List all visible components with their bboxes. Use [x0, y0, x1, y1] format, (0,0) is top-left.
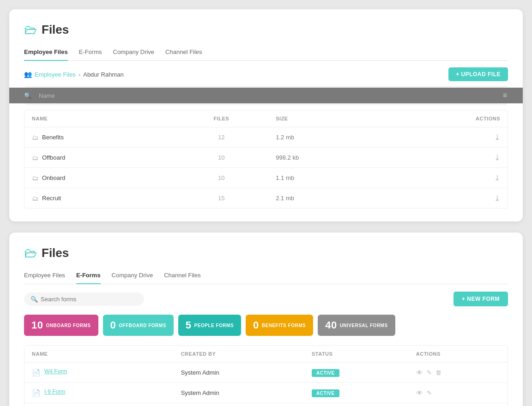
form-row: 📄 W4 Form System Admin ACTIVE 👁 ✎ 🗑 [24, 363, 508, 383]
page-header-1: 🗁 Files [24, 22, 508, 37]
file-name: Recruit [42, 195, 61, 202]
download-icon[interactable]: ⤓ [494, 174, 500, 182]
eforms-card: 🗁 Files Employee Files E-Forms Company D… [9, 233, 523, 406]
folder-icon-2: 🗁 [24, 245, 37, 261]
file-name: Onboard [42, 174, 66, 181]
view-icon[interactable]: 👁 [416, 389, 423, 397]
stat-number: 40 [325, 319, 337, 331]
form-row: 📄 I-9 Form System Admin ACTIVE 👁 ✎ [24, 383, 508, 403]
stat-label: BENEFITS FORMS [262, 323, 306, 328]
stat-badge[interactable]: 0 BENEFITS FORMS [246, 315, 313, 336]
edit-icon[interactable]: ✎ [427, 369, 432, 376]
form-created-by: System Admin [174, 363, 304, 383]
form-link[interactable]: W4 Form [44, 368, 67, 375]
form-actions-cell: 👁 ✎ [409, 403, 508, 406]
download-icon[interactable]: ⤓ [494, 194, 500, 202]
page-title-1: Files [42, 23, 69, 37]
forms-table-wrap: NAME CREATED BY STATUS ACTIONS 📄 W4 Form… [24, 345, 508, 406]
fcol-created-by: CREATED BY [174, 346, 304, 363]
folder-row-icon: 🗂 [32, 134, 38, 141]
tab-company-drive-2[interactable]: Company Drive [112, 268, 153, 284]
stat-badge[interactable]: 5 PEOPLE FORMS [178, 315, 241, 336]
search-forms-wrap: 🔍 + NEW FORM [24, 292, 508, 306]
page-header-2: 🗁 Files [24, 245, 508, 261]
search-forms-input-wrap: 🔍 [24, 293, 144, 306]
form-status-cell: ACTIVE [304, 363, 409, 383]
col-actions: ACTIONS [386, 110, 508, 127]
new-form-button[interactable]: + NEW FORM [453, 292, 508, 306]
stat-badge[interactable]: 0 OFFBOARD FORMS [103, 315, 174, 336]
col-name: NAME [24, 110, 175, 127]
edit-icon[interactable]: ✎ [427, 389, 432, 396]
tab-employee-files-2[interactable]: Employee Files [24, 268, 65, 284]
upload-file-button[interactable]: + UPLOAD FILE [448, 67, 508, 81]
stat-label: UNIVERSAL FORMS [340, 323, 388, 328]
form-row: 📄 Parking Form System Admin ACTIVE 👁 ✎ [24, 403, 508, 406]
download-icon[interactable]: ⤓ [494, 133, 500, 141]
table-row: 🗂 Offboard 10 998.2 kb ⤓ [24, 148, 508, 168]
folder-row-icon: 🗂 [32, 195, 38, 202]
tab-channel-files-2[interactable]: Channel Files [164, 268, 201, 284]
table-row: 🗂 Onboard 10 1.1 mb ⤓ [24, 168, 508, 188]
file-count: 10 [175, 168, 269, 188]
breadcrumb-bar: 👥 Employee Files › Abdur Rahman + UPLOAD… [24, 61, 508, 86]
tab-company-drive-1[interactable]: Company Drive [113, 45, 155, 61]
file-actions: ⤓ [386, 168, 508, 188]
breadcrumb-sep: › [79, 71, 80, 78]
delete-icon[interactable]: 🗑 [435, 369, 441, 376]
stat-number: 0 [110, 319, 116, 331]
file-name-cell: 🗂 Benefits [24, 127, 175, 148]
fcol-actions: ACTIONS [409, 346, 508, 363]
file-name-cell: 🗂 Recruit [24, 188, 175, 209]
breadcrumb: 👥 Employee Files › Abdur Rahman [24, 71, 124, 78]
file-size: 2.1 mb [268, 188, 386, 209]
search-forms-icon: 🔍 [30, 296, 38, 303]
table-row: 🗂 Recruit 15 2.1 mb ⤓ [24, 188, 508, 209]
form-name-cell: 📄 W4 Form [24, 363, 174, 383]
search-gray-bar: 🔍 ≡ [9, 88, 523, 103]
file-size: 998.2 kb [268, 148, 386, 168]
files-table-wrap: NAME FILES SIZE ACTIONS 🗂 Benefits 12 1.… [24, 110, 508, 209]
form-name-cell: 📄 I-9 Form [24, 383, 174, 403]
status-badge: ACTIVE [312, 369, 339, 377]
form-status-cell: ACTIVE [304, 403, 409, 406]
col-size: SIZE [268, 110, 386, 127]
view-icon[interactable]: 👁 [416, 369, 423, 376]
view-toggle-icon[interactable]: ≡ [503, 91, 508, 100]
file-count: 10 [175, 148, 269, 168]
stat-label: PEOPLE FORMS [194, 323, 234, 328]
file-size: 1.2 mb [268, 127, 386, 148]
file-name: Offboard [42, 154, 65, 161]
file-count: 15 [175, 188, 269, 209]
tabs-2: Employee Files E-Forms Company Drive Cha… [24, 268, 508, 284]
breadcrumb-root[interactable]: Employee Files [35, 71, 76, 78]
breadcrumb-current: Abdur Rahman [83, 71, 123, 78]
form-actions-cell: 👁 ✎ 🗑 [409, 363, 508, 383]
tab-eforms-1[interactable]: E-Forms [79, 45, 102, 61]
people-icon: 👥 [24, 71, 32, 78]
form-link[interactable]: I-9 Form [44, 388, 65, 395]
form-status-cell: ACTIVE [304, 383, 409, 403]
tab-channel-files-1[interactable]: Channel Files [165, 45, 202, 61]
file-actions: ⤓ [386, 148, 508, 168]
folder-icon: 🗁 [24, 22, 37, 37]
file-name: Benefits [42, 134, 64, 141]
col-files: FILES [175, 110, 269, 127]
folder-row-icon: 🗂 [32, 154, 38, 161]
search-forms-input[interactable] [41, 296, 138, 303]
form-created-by: System Admin [174, 383, 304, 403]
tab-eforms-2[interactable]: E-Forms [76, 268, 101, 284]
page-title-2: Files [42, 246, 69, 260]
tab-employee-files[interactable]: Employee Files [24, 45, 68, 61]
file-actions: ⤓ [386, 188, 508, 209]
stat-badge[interactable]: 40 UNIVERSAL FORMS [318, 315, 395, 336]
download-icon[interactable]: ⤓ [494, 154, 500, 161]
stat-badge[interactable]: 10 ONBOARD FORMS [24, 315, 98, 336]
name-search-input[interactable] [39, 92, 154, 99]
files-table: NAME FILES SIZE ACTIONS 🗂 Benefits 12 1.… [24, 110, 508, 208]
file-name-cell: 🗂 Offboard [24, 148, 175, 168]
stat-number: 5 [186, 319, 192, 331]
stat-label: OFFBOARD FORMS [119, 323, 166, 328]
stat-label: ONBOARD FORMS [46, 323, 91, 328]
employee-files-card: 🗁 Files Employee Files E-Forms Company D… [9, 9, 523, 221]
